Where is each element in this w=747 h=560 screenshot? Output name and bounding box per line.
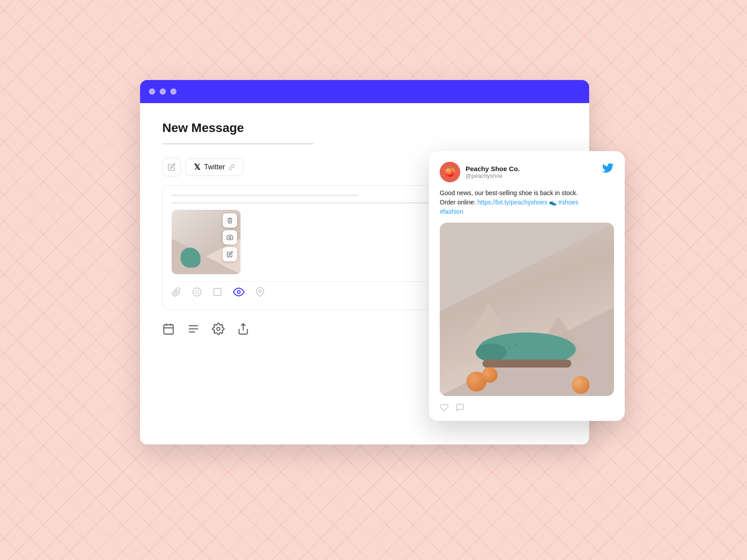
align-icon[interactable] <box>187 323 200 335</box>
svg-point-24 <box>528 343 530 345</box>
eye-icon[interactable] <box>233 286 245 298</box>
tweet-hashtag-shoes: #shoes <box>558 199 578 206</box>
twitter-preview-card: 🍑 Peachy Shoe Co. @peachyshoe Good news,… <box>429 151 625 421</box>
tweet-image <box>440 223 614 396</box>
avatar: 🍑 <box>440 162 460 182</box>
window-titlebar <box>140 80 589 103</box>
title-underline <box>162 143 313 144</box>
emoji-icon[interactable] <box>192 287 202 297</box>
attachment-icon[interactable] <box>172 287 181 297</box>
image-overlay <box>223 213 237 261</box>
shoe-color-block <box>181 248 201 268</box>
tweet-footer <box>440 396 614 421</box>
calendar-icon[interactable] <box>162 323 175 335</box>
delete-image-button[interactable] <box>223 213 237 228</box>
svg-point-23 <box>522 343 523 345</box>
traffic-dot-3 <box>170 88 177 95</box>
tweet-hashtag-fashion: #fashion <box>440 208 463 215</box>
input-line-1 <box>172 195 358 196</box>
page-title: New Message <box>162 121 567 135</box>
twitter-tab[interactable]: 𝕏 Twitter <box>185 158 243 176</box>
location-icon[interactable] <box>255 287 265 297</box>
svg-point-0 <box>229 236 231 239</box>
comment-icon[interactable] <box>456 403 465 412</box>
camera-button[interactable] <box>223 230 237 244</box>
twitter-user-info: 🍑 Peachy Shoe Co. @peachyshoe <box>440 162 520 182</box>
tweet-fruit-2 <box>482 367 498 383</box>
tweet-bg-shape-1 <box>440 223 614 312</box>
svg-rect-4 <box>214 288 221 296</box>
svg-rect-20 <box>482 360 571 368</box>
tweet-fruit-3 <box>572 376 590 394</box>
heart-icon[interactable] <box>440 403 449 412</box>
tweet-shoe-bg <box>440 223 614 396</box>
edit-image-button[interactable] <box>223 247 237 261</box>
traffic-dot-2 <box>160 88 166 95</box>
user-info: Peachy Shoe Co. @peachyshoe <box>466 165 520 179</box>
account-name: Peachy Shoe Co. <box>466 165 520 172</box>
tweet-link[interactable]: https://bit.ly/peachyshoes <box>478 199 547 206</box>
svg-point-14 <box>217 328 220 331</box>
svg-point-1 <box>193 288 201 296</box>
svg-rect-7 <box>164 325 173 334</box>
account-handle: @peachyshoe <box>466 172 520 179</box>
twitter-bird-icon <box>602 162 614 174</box>
tweet-body: Good news, our best-selling shoe is back… <box>440 188 614 216</box>
twitter-card-header: 🍑 Peachy Shoe Co. @peachyshoe <box>440 162 614 182</box>
twitter-tab-label: Twitter <box>204 163 225 171</box>
svg-text:🍑: 🍑 <box>445 167 456 177</box>
scene: New Message 𝕏 Twitter <box>140 80 607 480</box>
svg-point-19 <box>476 344 507 361</box>
svg-point-5 <box>237 291 241 294</box>
pencil-tab[interactable] <box>162 158 181 176</box>
svg-point-6 <box>259 290 261 292</box>
media-icon[interactable] <box>213 287 222 297</box>
svg-point-22 <box>515 344 517 346</box>
svg-point-21 <box>508 346 510 348</box>
input-line-2 <box>172 202 430 204</box>
link-icon <box>229 164 235 170</box>
traffic-dot-1 <box>149 88 155 95</box>
share-icon[interactable] <box>237 323 249 335</box>
settings-icon[interactable] <box>212 323 225 335</box>
image-thumbnail <box>172 210 241 274</box>
x-logo-icon: 𝕏 <box>194 162 201 172</box>
